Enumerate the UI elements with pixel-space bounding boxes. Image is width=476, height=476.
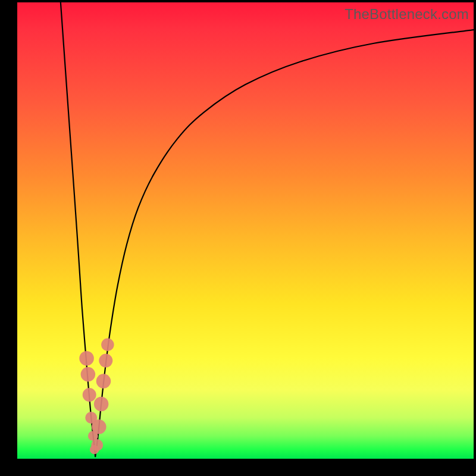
chart-frame: TheBottleneck.com (0, 0, 476, 476)
curve-marker (96, 374, 111, 389)
chart-svg (17, 2, 474, 459)
plot-area: TheBottleneck.com (17, 2, 474, 459)
curve-marker (101, 339, 114, 351)
curve-markers (79, 339, 114, 455)
curve-marker (92, 419, 107, 434)
curve-marker (91, 439, 103, 451)
curve-right-branch (95, 30, 474, 456)
curve-marker (79, 351, 94, 366)
curve-marker (99, 354, 112, 368)
curve-marker (81, 367, 96, 382)
curve-marker (83, 388, 96, 402)
curve-marker (94, 397, 109, 412)
